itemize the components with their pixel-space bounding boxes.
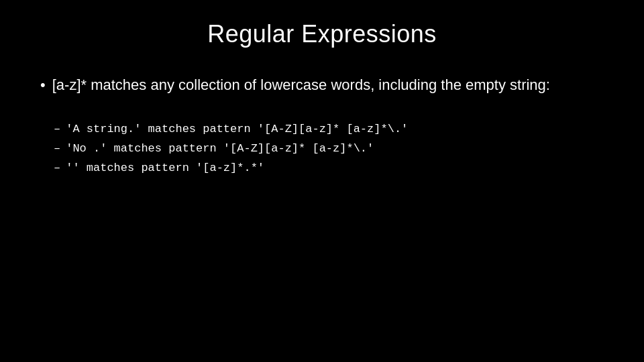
code-text-2: 'No .' matches pattern '[A-Z][a-z]* [a-z… bbox=[66, 139, 374, 159]
code-text-1: 'A string.' matches pattern '[A-Z][a-z]*… bbox=[66, 120, 408, 139]
code-line-1: – 'A string.' matches pattern '[A-Z][a-z… bbox=[54, 120, 604, 139]
code-text-3: '' matches pattern '[a-z]*.*' bbox=[66, 159, 264, 178]
code-dash-1: – bbox=[54, 120, 60, 139]
code-dash-3: – bbox=[54, 159, 60, 178]
slide-content: • [a-z]* matches any collection of lower… bbox=[40, 75, 604, 178]
bullet-dot: • bbox=[40, 75, 46, 96]
code-dash-2: – bbox=[54, 139, 60, 159]
bullet-item: • [a-z]* matches any collection of lower… bbox=[40, 75, 604, 96]
code-block: – 'A string.' matches pattern '[A-Z][a-z… bbox=[54, 120, 604, 178]
code-line-2: – 'No .' matches pattern '[A-Z][a-z]* [a… bbox=[54, 139, 604, 159]
code-line-3: – '' matches pattern '[a-z]*.*' bbox=[54, 159, 604, 178]
bullet-text: [a-z]* matches any collection of lowerca… bbox=[52, 75, 604, 96]
slide-title: Regular Expressions bbox=[207, 20, 437, 48]
